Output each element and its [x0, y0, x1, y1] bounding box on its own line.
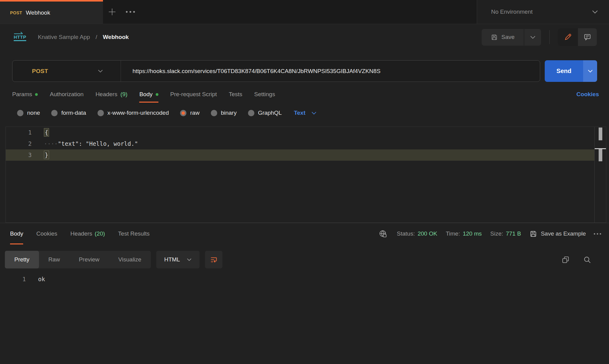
response-tab-headers[interactable]: Headers (20) — [70, 223, 105, 244]
mode-form-data-label: form-data — [61, 110, 86, 116]
chevron-down-icon — [592, 10, 598, 14]
response-tab-cookies[interactable]: Cookies — [36, 223, 57, 244]
mode-raw[interactable]: raw — [180, 110, 200, 116]
response-header: Body Cookies Headers (20) Test Results S… — [0, 223, 609, 244]
chevron-down-icon — [187, 258, 192, 261]
plus-icon — [108, 7, 117, 16]
line-number: 3 — [6, 149, 35, 161]
tab-params[interactable]: Params — [12, 91, 38, 102]
comments-button[interactable] — [578, 28, 597, 46]
response-view-switch: Pretty Raw Preview Visualize — [5, 251, 151, 268]
mode-form-data[interactable]: form-data — [51, 110, 86, 116]
new-tab-button[interactable] — [103, 0, 121, 24]
status-label: Status: — [397, 230, 415, 237]
response-tab-body-label: Body — [10, 230, 23, 237]
request-body-editor[interactable]: 1 { 2 ····"text": "Hello, world." 3 } — [5, 127, 606, 223]
chevron-down-icon — [530, 36, 536, 39]
documentation-group — [558, 28, 597, 46]
tab-headers-label: Headers — [95, 91, 117, 98]
save-group: Save — [482, 29, 541, 46]
network-globe-lock-icon[interactable] — [378, 229, 388, 239]
save-button[interactable]: Save — [482, 29, 524, 46]
url-input[interactable] — [121, 61, 540, 82]
comment-icon — [583, 33, 591, 41]
scrollbar-thumb[interactable] — [599, 128, 602, 140]
json-text-property: "text": "Hello, world." — [58, 140, 138, 147]
mode-binary-label: binary — [221, 110, 237, 116]
send-options-button[interactable] — [583, 60, 597, 82]
response-tab-cookies-label: Cookies — [36, 230, 57, 237]
close-brace: } — [44, 151, 49, 159]
editor-line: 1 { — [6, 127, 606, 138]
view-raw[interactable]: Raw — [39, 251, 69, 268]
mode-urlencoded[interactable]: x-www-form-urlencoded — [97, 110, 169, 116]
pencil-icon — [564, 33, 572, 41]
copy-icon[interactable] — [561, 256, 570, 264]
line-number: 2 — [6, 138, 35, 149]
radio-selected-icon — [180, 110, 186, 116]
response-section: Body Cookies Headers (20) Test Results S… — [0, 223, 609, 285]
response-tab-body[interactable]: Body — [10, 223, 23, 244]
header-divider — [549, 30, 550, 44]
response-actions — [561, 256, 591, 264]
send-button-label: Send — [557, 68, 572, 75]
time-label: Time: — [446, 230, 460, 237]
tab-prerequest-label: Pre-request Script — [170, 91, 217, 98]
mode-graphql[interactable]: GraphQL — [248, 110, 282, 116]
mode-urlencoded-label: x-www-form-urlencoded — [108, 110, 169, 116]
top-tab-bar: POST Webhook No Environment — [0, 0, 609, 24]
tab-headers[interactable]: Headers (9) — [95, 91, 127, 102]
mode-binary[interactable]: binary — [211, 110, 237, 116]
response-tab-headers-label: Headers — [70, 230, 92, 237]
floppy-disk-icon — [529, 230, 537, 238]
response-headers-count: (20) — [95, 230, 105, 237]
time-value: 120 ms — [463, 230, 482, 237]
radio-icon — [211, 110, 217, 116]
send-button[interactable]: Send — [545, 60, 583, 82]
view-visualize[interactable]: Visualize — [109, 251, 151, 268]
cookies-link[interactable]: Cookies — [576, 91, 599, 98]
save-as-example-button[interactable]: Save as Example — [529, 230, 586, 238]
tab-authorization[interactable]: Authorization — [50, 91, 83, 102]
method-select[interactable]: POST — [12, 61, 121, 82]
time-pair: Time: 120 ms — [446, 230, 482, 237]
environment-selector[interactable]: No Environment — [477, 0, 609, 24]
request-tab[interactable]: POST Webhook — [0, 0, 103, 24]
size-pair: Size: 771 B — [490, 230, 521, 237]
mode-none-label: none — [27, 110, 40, 116]
url-bar: POST — [12, 60, 540, 82]
save-options-button[interactable] — [524, 29, 541, 46]
editor-line-current: 3 } — [6, 149, 606, 161]
tab-settings[interactable]: Settings — [254, 91, 275, 102]
tab-body-label: Body — [139, 91, 152, 98]
radio-icon — [17, 110, 23, 116]
response-body[interactable]: 1 ok — [0, 274, 609, 285]
response-options-button[interactable] — [593, 233, 602, 235]
size-value: 771 B — [506, 230, 521, 237]
response-format-select[interactable]: HTML — [156, 251, 200, 268]
save-as-example-label: Save as Example — [541, 230, 586, 237]
text-wrap-icon — [210, 256, 218, 264]
view-preview[interactable]: Preview — [69, 251, 109, 268]
tab-tests-label: Tests — [229, 91, 242, 98]
tab-options-button[interactable] — [121, 0, 140, 24]
search-icon[interactable] — [583, 256, 591, 264]
editor-overview-ruler[interactable] — [594, 127, 606, 222]
send-group: Send — [545, 60, 597, 82]
body-dot-indicator — [156, 93, 158, 96]
tab-body[interactable]: Body — [139, 91, 158, 103]
response-tab-test-results[interactable]: Test Results — [118, 223, 150, 244]
mode-none[interactable]: none — [17, 110, 40, 116]
tab-prerequest-script[interactable]: Pre-request Script — [170, 91, 217, 102]
edit-description-button[interactable] — [558, 28, 578, 46]
response-text: ok — [29, 274, 45, 285]
line-number: 1 — [0, 274, 29, 285]
body-mode-row: none form-data x-www-form-urlencoded raw… — [17, 110, 609, 116]
breadcrumb-request-name[interactable]: Webhook — [103, 34, 129, 40]
wrap-lines-button[interactable] — [205, 251, 222, 268]
tab-tests[interactable]: Tests — [229, 91, 242, 102]
chevron-down-icon — [98, 69, 103, 73]
breadcrumb-collection[interactable]: Knative Sample App — [38, 34, 90, 40]
view-pretty[interactable]: Pretty — [5, 251, 39, 268]
raw-type-select[interactable]: Text — [294, 110, 317, 116]
